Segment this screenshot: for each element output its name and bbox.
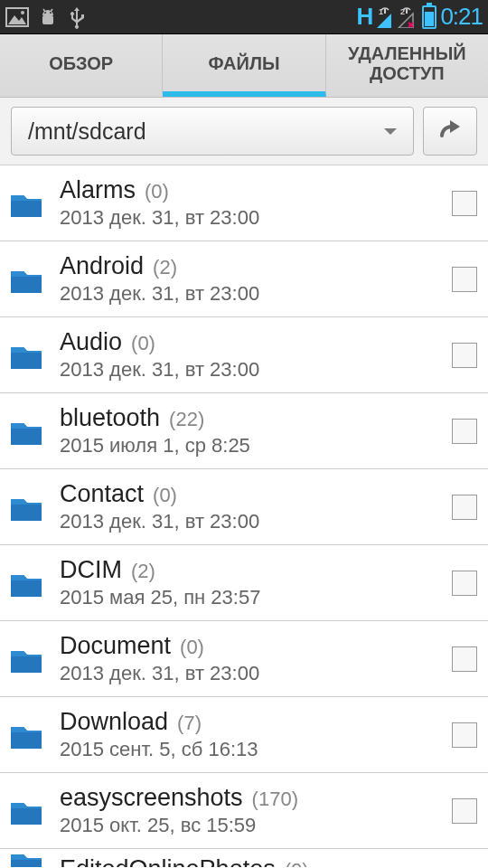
file-count: (2) <box>131 560 155 583</box>
file-count: (170) <box>252 788 298 811</box>
file-count: (0) <box>145 180 169 203</box>
up-arrow-icon <box>436 116 464 146</box>
folder-icon <box>7 336 45 374</box>
folder-icon <box>7 412 45 450</box>
file-name: Alarms <box>60 176 136 204</box>
file-date: 2013 дек. 31, вт 23:00 <box>60 510 452 533</box>
svg-rect-24 <box>11 732 42 749</box>
svg-point-2 <box>21 11 24 14</box>
list-item[interactable]: bluetooth (22) 2015 июля 1, ср 8:25 <box>0 393 488 469</box>
checkbox[interactable] <box>452 343 477 368</box>
file-date: 2013 дек. 31, вт 23:00 <box>60 206 452 230</box>
svg-rect-18 <box>11 277 42 293</box>
checkbox[interactable] <box>452 419 477 444</box>
svg-rect-26 <box>11 860 42 867</box>
current-path: /mnt/sdcard <box>28 118 146 145</box>
file-count: (0) <box>153 484 177 507</box>
svg-line-7 <box>51 9 52 12</box>
tab-remote[interactable]: УДАЛЕННЫЙ ДОСТУП <box>326 34 488 97</box>
file-date: 2015 мая 25, пн 23:57 <box>60 586 452 609</box>
android-icon <box>36 7 60 27</box>
status-clock: 0:21 <box>440 3 483 31</box>
list-item[interactable]: easyscreenshots (170) 2015 окт. 25, вс 1… <box>0 773 488 849</box>
checkbox[interactable] <box>452 646 477 672</box>
folder-icon <box>7 488 45 526</box>
list-item[interactable]: Android (2) 2013 дек. 31, вт 23:00 <box>0 241 488 317</box>
checkbox[interactable] <box>452 722 477 748</box>
file-date: 2013 дек. 31, вт 23:00 <box>60 282 452 306</box>
list-item[interactable]: Document (0) 2013 дек. 31, вт 23:00 <box>0 621 488 697</box>
file-count: (22) <box>169 408 204 431</box>
list-item[interactable]: Download (7) 2015 сент. 5, сб 16:13 <box>0 697 488 773</box>
list-item[interactable]: Contact (0) 2013 дек. 31, вт 23:00 <box>0 469 488 545</box>
file-name: EditedOnlinePhotos <box>60 855 276 868</box>
file-text: bluetooth (22) 2015 июля 1, ср 8:25 <box>60 404 452 458</box>
file-text: easyscreenshots (170) 2015 окт. 25, вс 1… <box>60 784 452 837</box>
file-text: Audio (0) 2013 дек. 31, вт 23:00 <box>60 328 452 382</box>
list-item[interactable]: Alarms (0) 2013 дек. 31, вт 23:00 <box>0 165 488 241</box>
tab-label: ФАЙЛЫ <box>208 53 279 73</box>
tab-label: УДАЛЕННЫЙ ДОСТУП <box>333 43 481 83</box>
svg-rect-21 <box>11 505 42 521</box>
list-item[interactable]: Audio (0) 2013 дек. 31, вт 23:00 <box>0 317 488 393</box>
file-name: Audio <box>60 328 122 356</box>
file-count: (0) <box>180 636 204 659</box>
file-text: Download (7) 2015 сент. 5, сб 16:13 <box>60 708 452 761</box>
tab-overview[interactable]: ОБЗОР <box>0 34 163 97</box>
chevron-down-icon <box>384 128 397 135</box>
checkbox[interactable] <box>452 571 477 596</box>
tab-files[interactable]: ФАЙЛЫ <box>163 34 325 97</box>
battery-icon <box>422 5 436 29</box>
up-button[interactable] <box>423 107 477 156</box>
folder-icon <box>7 184 45 222</box>
checkbox[interactable] <box>452 798 477 824</box>
svg-rect-15 <box>406 9 408 14</box>
file-name: bluetooth <box>60 404 160 432</box>
file-count: (0) <box>131 332 155 355</box>
file-date: 2015 сент. 5, сб 16:13 <box>60 738 452 761</box>
svg-rect-19 <box>11 353 42 369</box>
folder-icon <box>7 844 45 867</box>
svg-rect-3 <box>42 15 53 24</box>
folder-icon <box>7 260 45 298</box>
svg-rect-10 <box>384 9 386 14</box>
file-name: Android <box>60 252 144 280</box>
file-name: easyscreenshots <box>60 784 243 812</box>
checkbox[interactable] <box>452 267 477 292</box>
list-item[interactable]: DCIM (2) 2015 мая 25, пн 23:57 <box>0 545 488 621</box>
file-name: Document <box>60 632 171 660</box>
folder-icon <box>7 564 45 602</box>
status-bar: H 1 2 0:21 <box>0 0 488 34</box>
file-date: 2015 июля 1, ср 8:25 <box>60 434 452 458</box>
file-name: Contact <box>60 480 144 508</box>
file-list[interactable]: Alarms (0) 2013 дек. 31, вт 23:00 Androi… <box>0 165 488 867</box>
path-row: /mnt/sdcard <box>0 98 488 165</box>
folder-icon <box>7 640 45 678</box>
file-count: (0) <box>285 859 309 868</box>
file-text: Document (0) 2013 дек. 31, вт 23:00 <box>60 632 452 685</box>
usb-icon <box>67 5 87 29</box>
file-text: EditedOnlinePhotos (0) <box>60 855 452 868</box>
tab-bar: ОБЗОР ФАЙЛЫ УДАЛЕННЫЙ ДОСТУП <box>0 34 488 98</box>
file-date: 2013 дек. 31, вт 23:00 <box>60 358 452 382</box>
file-count: (7) <box>177 712 202 735</box>
list-item[interactable]: EditedOnlinePhotos (0) <box>0 849 488 867</box>
path-dropdown[interactable]: /mnt/sdcard <box>11 107 414 156</box>
file-text: DCIM (2) 2015 мая 25, пн 23:57 <box>60 556 452 609</box>
file-name: DCIM <box>60 556 122 584</box>
svg-rect-25 <box>11 808 42 825</box>
file-text: Alarms (0) 2013 дек. 31, вт 23:00 <box>60 176 452 230</box>
svg-rect-17 <box>11 201 42 217</box>
signal-sim1-icon: 1 <box>375 6 393 28</box>
file-text: Contact (0) 2013 дек. 31, вт 23:00 <box>60 480 452 533</box>
signal-sim2-icon: 2 <box>397 6 415 28</box>
folder-icon <box>7 792 45 830</box>
file-count: (2) <box>153 256 177 279</box>
file-text: Android (2) 2013 дек. 31, вт 23:00 <box>60 252 452 306</box>
tab-label: ОБЗОР <box>49 53 113 73</box>
file-name: Download <box>60 708 168 736</box>
checkbox[interactable] <box>452 495 477 520</box>
network-h-icon: H <box>357 3 374 31</box>
file-date: 2013 дек. 31, вт 23:00 <box>60 662 452 685</box>
checkbox[interactable] <box>452 191 477 216</box>
